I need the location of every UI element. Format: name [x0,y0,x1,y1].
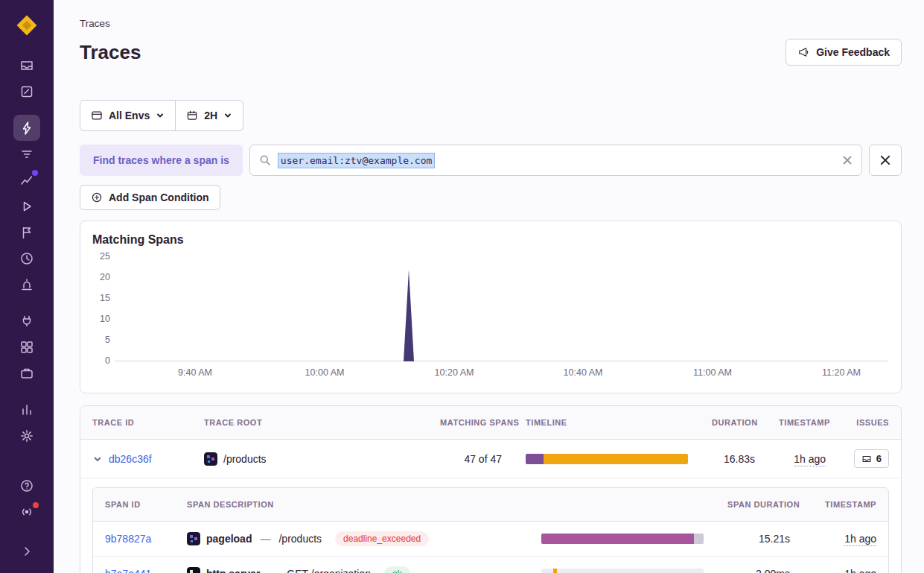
date-range-filter-label: 2H [204,110,217,121]
y-tick: 0 [92,355,110,366]
x-tick: 10:20 AM [435,367,474,378]
environment-filter-label: All Envs [109,110,150,121]
span-id-link[interactable]: 9b78827a [105,533,151,545]
sidebar-item-stats[interactable] [13,396,40,422]
breadcrumb[interactable]: Traces [80,18,110,29]
page-header: Traces Give Feedback [80,39,902,66]
sidebar-item-releases[interactable] [13,219,40,245]
span-description: GET /organization [287,568,371,573]
sidebar-collapse-button[interactable] [13,538,40,564]
trace-row: db26c36f /products 47 of 47 16.83s 1h ag… [80,440,901,478]
add-span-condition-label: Add Span Condition [109,191,209,203]
chart-plot-area [115,253,888,363]
filter-bar: All Envs 2H [80,100,902,131]
collapse-trace-chevron[interactable] [92,454,103,464]
sidebar-item-alerts[interactable] [13,271,40,297]
plus-circle-icon [91,191,103,203]
search-query-value[interactable]: user.email:ztv@example.com [278,153,436,168]
col-trace-root: TRACE ROOT [192,406,428,439]
sidebar-item-performance[interactable] [13,141,40,167]
span-id-link[interactable]: b7a7e441 [105,568,151,573]
sidebar-item-replays[interactable] [13,193,40,219]
y-tick: 10 [92,314,110,324]
span-op: pageload [206,533,252,545]
span-condition-pill: Find traces where a span is [80,145,243,176]
sidebar-item-settings[interactable] [13,422,40,449]
sidebar-group-top [13,52,40,104]
col-timestamp: TIMESTAMP [767,406,838,439]
project-avatar [187,532,200,545]
traces-table: TRACE ID TRACE ROOT MATCHING SPANS TIMEL… [80,405,902,573]
sidebar-item-dashboards[interactable] [13,334,40,360]
timeline-segment-magenta [541,534,694,544]
funnel-icon [19,147,34,162]
span-duration: 2.00ms [716,558,802,573]
page-filter-group: All Envs 2H [80,100,243,131]
sidebar-item-crons[interactable] [13,245,40,271]
sidebar-item-metrics[interactable] [13,167,40,193]
sidebar-item-organization[interactable] [13,360,40,386]
col-span-duration: SPAN DURATION [716,488,802,521]
timeline-segment-orange [553,569,557,573]
span-timeline-bar[interactable] [541,534,704,544]
chevron-down-icon [156,111,165,120]
chevron-right-icon [19,544,34,559]
x-tick: 9:40 AM [178,367,212,378]
y-tick: 5 [92,335,110,345]
date-range-filter[interactable]: 2H [175,101,243,130]
new-feature-dot [32,170,38,176]
span-timeline-bar[interactable] [541,569,704,573]
issues-badge-icon [861,454,872,464]
col-span-description: SPAN DESCRIPTION [175,488,529,521]
chart-spike [404,270,414,361]
timeline-segment-purple [526,454,544,464]
megaphone-icon [797,46,809,58]
sidebar-item-whats-new[interactable] [13,498,40,525]
trace-id-link[interactable]: db26c36f [109,453,152,465]
window-icon [91,110,103,121]
broadcast-icon [19,504,34,519]
trace-duration: 16.83s [700,443,767,475]
col-timeline: TIMELINE [514,406,700,439]
sentry-logo-icon [14,13,39,38]
col-span-id: SPAN ID [93,488,175,521]
span-search-input[interactable]: user.email:ztv@example.com [249,145,862,176]
trace-timeline-bar[interactable] [526,454,688,464]
remove-condition-button[interactable] [869,145,902,176]
matching-spans-chart: 25 20 15 10 5 0 9:40 AM 10:00 AM 10:20 A… [92,253,889,385]
chart-spike-svg [115,253,888,363]
add-span-condition-button[interactable]: Add Span Condition [80,185,220,210]
environment-filter[interactable]: All Envs [80,101,175,130]
grid-icon [19,340,34,355]
x-tick: 11:20 AM [822,367,861,378]
projects-icon [19,84,34,99]
sidebar-item-issues[interactable] [13,52,40,78]
sentry-logo[interactable] [12,10,42,40]
chart-title: Matching Spans [92,233,889,247]
trace-timestamp[interactable]: 1h ago [794,453,826,466]
sidebar-item-projects[interactable] [13,78,40,104]
trace-issues-button[interactable]: 6 [854,449,889,468]
flag-icon [19,225,34,240]
main-content: Traces Traces Give Feedback All Envs 2H … [54,0,924,573]
span-timestamp[interactable]: 1h ago [844,533,876,546]
separator: — [260,533,270,545]
col-duration: DURATION [700,406,767,439]
y-tick: 20 [92,272,110,282]
bar-chart-icon [19,402,34,417]
sidebar-item-integrations[interactable] [13,308,40,334]
col-span-timestamp: TIMESTAMP [802,488,888,521]
give-feedback-button[interactable]: Give Feedback [786,39,902,66]
sidebar-item-help[interactable] [13,472,40,498]
y-tick: 15 [92,293,110,303]
clock-icon [19,251,34,266]
sidebar-item-traces[interactable] [13,115,40,141]
col-span-timeline [529,493,716,516]
timeline-segment-orange [544,454,688,464]
close-x-icon [879,154,891,166]
page-title: Traces [80,41,141,64]
clear-search-button[interactable] [842,155,853,165]
span-timestamp[interactable]: 1h ago [844,568,876,573]
x-tick: 10:40 AM [564,367,603,378]
col-issues: ISSUES [838,406,901,439]
